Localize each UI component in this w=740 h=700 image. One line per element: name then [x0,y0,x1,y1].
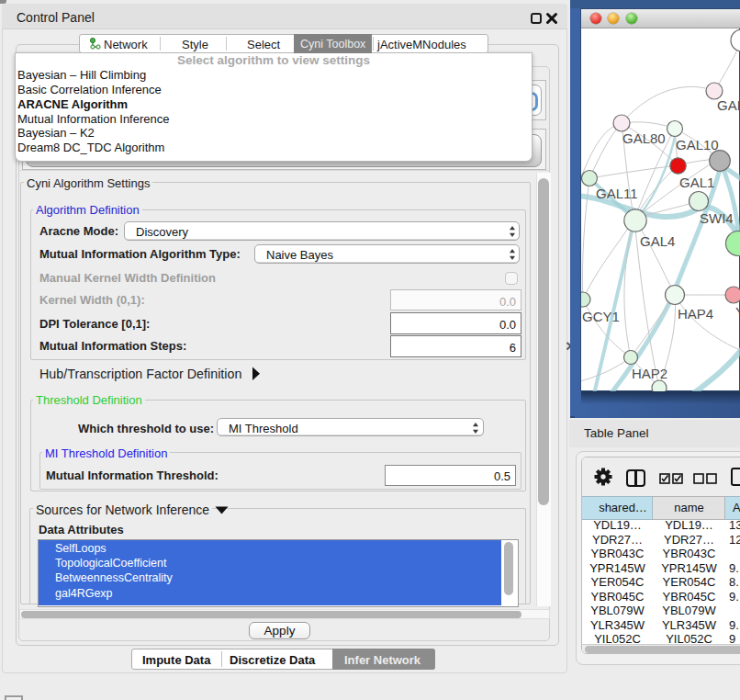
svg-text:Y: Y [735,304,740,320]
svg-text:GAL: GAL [717,97,740,113]
svg-text:SWI4: SWI4 [700,210,734,226]
svg-text:GAL11: GAL11 [596,186,638,201]
svg-text:GAL4: GAL4 [640,233,675,249]
svg-text:GCY1: GCY1 [582,309,620,324]
svg-text:GAL10: GAL10 [676,137,719,152]
svg-text:HAP4: HAP4 [678,306,713,322]
svg-text:GAL1: GAL1 [679,175,714,190]
svg-text:GAL80: GAL80 [622,130,666,146]
svg-text:HAP2: HAP2 [632,366,667,381]
